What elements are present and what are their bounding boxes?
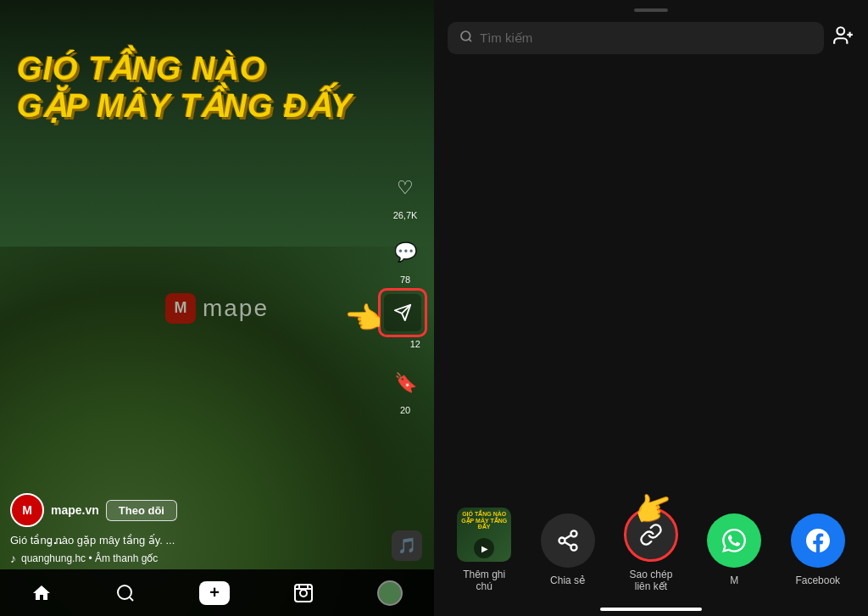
add-friends-button[interactable] (832, 25, 854, 52)
profile-avatar (377, 580, 403, 606)
share-option-facebook[interactable]: Facebook (791, 513, 845, 586)
bookmark-button[interactable]: 🔖 20 (387, 364, 424, 415)
nav-add[interactable]: + (199, 581, 230, 605)
send-icon (384, 294, 421, 331)
comment-icon: 💬 (387, 234, 424, 271)
empty-space (434, 61, 868, 508)
video-title: GIÓ TẦNG NÀO GẶP MÂY TẦNG ĐẤY (17, 51, 366, 125)
music-row: ♪ quanghung.hc • Âm thanh gốc (10, 552, 375, 565)
music-info: quanghung.hc • Âm thanh gốc (21, 552, 158, 564)
comment-button[interactable]: 💬 78 (387, 234, 424, 285)
nav-search[interactable] (115, 583, 136, 603)
pointer-hand-left: 👉 (345, 301, 383, 336)
thumb-play: ▶ (474, 538, 494, 558)
svg-line-3 (130, 597, 133, 600)
share-label: Chia sẻ (550, 574, 585, 586)
video-thumbnail: GIÓ TẦNG NÀO GẶP MÂY TẦNG ĐẤY ▶ (457, 508, 511, 562)
thumb-text: GIÓ TẦNG NÀO GẶP MÂY TẦNG ĐẤY (459, 511, 509, 530)
watermark: M mape (165, 293, 269, 324)
nav-reels[interactable] (293, 583, 314, 603)
share-icon-highlighted[interactable] (378, 288, 427, 337)
music-icon: ♪ (10, 552, 16, 565)
bookmark-icon: 🔖 (387, 364, 424, 402)
share-option-share[interactable]: Chia sẻ (541, 513, 595, 586)
nav-home[interactable] (31, 583, 52, 603)
svg-line-10 (469, 39, 471, 42)
bookmark-count: 20 (400, 405, 410, 415)
search-bar-container: Tìm kiếm (434, 12, 868, 61)
search-bar[interactable]: Tìm kiếm (448, 22, 824, 54)
add-note-label: Thêm ghi chú (463, 569, 505, 592)
follow-button[interactable]: Theo dõi (106, 500, 177, 521)
share-option-whatsapp[interactable]: M (707, 513, 761, 586)
comment-count: 78 (400, 275, 410, 285)
right-panel: Tìm kiếm 👉 GIÓ TẦNG NÀO GẶP MÂY TẦNG ĐẤY… (434, 0, 868, 616)
share-count: 12 (410, 339, 420, 349)
watermark-text: mape (203, 295, 269, 322)
whatsapp-icon (707, 513, 761, 568)
copy-link-label: Sao chép liên kết (630, 569, 673, 592)
share-icon (541, 513, 595, 568)
title-overlay: GIÓ TẦNG NÀO GẶP MÂY TẦNG ĐẤY (17, 51, 366, 125)
svg-point-2 (118, 585, 131, 599)
user-avatar: M (10, 493, 44, 527)
left-panel: GIÓ TẦNG NÀO GẶP MÂY TẦNG ĐẤY M mape ♡ 2… (0, 0, 434, 616)
add-icon: + (199, 581, 230, 605)
right-icons: ♡ 26,7K 💬 78 (387, 169, 424, 285)
bottom-info: M mape.vn Theo dõi Gió tầng nào gặp mây … (10, 493, 375, 565)
svg-point-11 (837, 27, 844, 35)
share-option-thumbnail: GIÓ TẦNG NÀO GẶP MÂY TẦNG ĐẤY ▶ Thêm ghi… (457, 508, 511, 592)
like-count: 26,7K (393, 210, 418, 220)
user-row: M mape.vn Theo dõi (10, 493, 375, 527)
svg-point-9 (461, 31, 470, 41)
nav-bar: + (0, 569, 434, 616)
svg-rect-4 (295, 585, 312, 602)
svg-line-17 (565, 542, 571, 547)
music-note-icon: 🎵 (392, 530, 422, 561)
nav-profile[interactable] (377, 580, 403, 606)
username: mape.vn (51, 503, 99, 517)
watermark-logo: M (165, 293, 196, 324)
facebook-label: Facebook (795, 574, 840, 586)
svg-line-18 (565, 536, 571, 540)
like-button[interactable]: ♡ 26,7K (387, 169, 424, 220)
more-options[interactable]: ⋯ (47, 532, 64, 552)
search-icon (459, 30, 473, 47)
whatsapp-label: M (730, 574, 738, 586)
bottom-indicator (600, 608, 702, 611)
facebook-icon (791, 513, 845, 568)
heart-icon: ♡ (387, 169, 424, 207)
svg-point-5 (300, 590, 307, 597)
search-placeholder: Tìm kiếm (480, 31, 532, 46)
video-description: Gió tầng nào gặp mây tầng ấy. ... (10, 534, 375, 547)
